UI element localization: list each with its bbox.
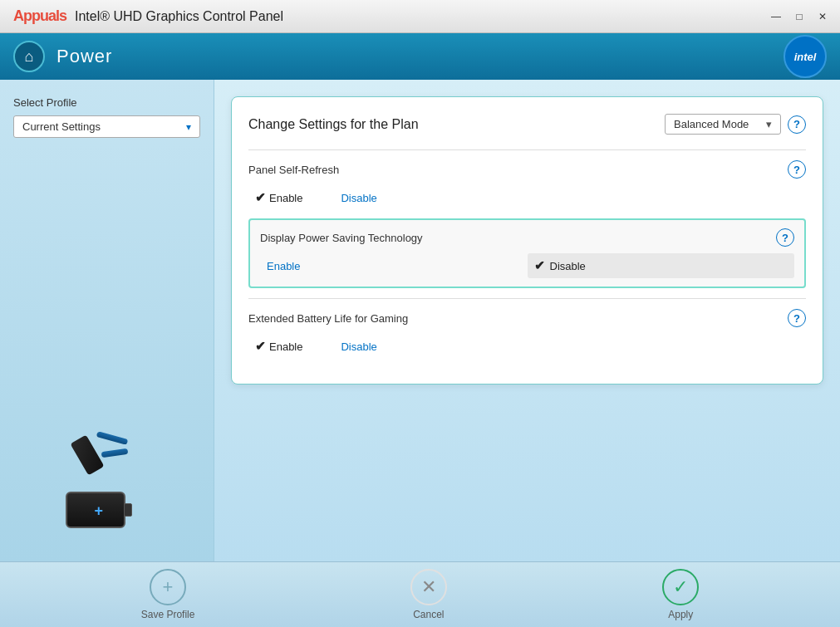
panel-self-refresh-toggle: ✔ Enable Disable [248, 187, 806, 208]
display-power-saving-disable[interactable]: ✔ Disable [528, 253, 795, 278]
logo-accent-a: A [13, 7, 23, 24]
display-power-saving-section: Display Power Saving Technology ? Enable… [248, 218, 806, 288]
header-bar: ⌂ Power intel [0, 33, 840, 80]
extended-battery-toggle: ✔ Enable Disable [248, 336, 806, 357]
minimize-button[interactable]: — [765, 7, 787, 26]
mode-chevron: ▾ [766, 118, 772, 130]
enable-label-ext: Enable [269, 340, 302, 353]
save-profile-button[interactable]: + Save Profile [141, 569, 195, 620]
display-power-saving-title: Display Power Saving Technology [260, 232, 423, 244]
content-area: Change Settings for the Plan Balanced Mo… [214, 80, 840, 561]
cancel-button[interactable]: ✕ Cancel [410, 569, 447, 620]
intel-logo: intel [784, 35, 827, 78]
panel-self-refresh-section: Panel Self-Refresh ? ✔ Enable Disable [248, 149, 806, 208]
settings-card: Change Settings for the Plan Balanced Mo… [231, 96, 823, 385]
extended-battery-header: Extended Battery Life for Gaming ? [248, 309, 806, 327]
apply-icon-circle: ✓ [662, 569, 699, 605]
save-profile-label: Save Profile [141, 609, 195, 620]
sidebar: Select Profile Current Settings ▾ + [0, 80, 214, 561]
profile-dropdown[interactable]: Current Settings ▾ [13, 115, 200, 138]
disable-label: Disable [341, 192, 376, 204]
home-icon: ⌂ [25, 48, 34, 66]
home-button[interactable]: ⌂ [13, 41, 45, 72]
footer: + Save Profile ✕ Cancel ✓ Apply [0, 561, 840, 627]
battery-illustration: + [53, 429, 161, 528]
plug-cord-bottom [101, 448, 128, 458]
battery-plus: + [95, 502, 104, 520]
disable-label-dpst: Disable [550, 260, 586, 272]
save-icon: + [163, 576, 174, 598]
mode-dropdown[interactable]: Balanced Mode ▾ [665, 114, 781, 135]
card-header: Change Settings for the Plan Balanced Mo… [248, 114, 806, 135]
disable-label-ext: Disable [341, 340, 376, 353]
disable-checkmark-icon: ✔ [534, 258, 545, 273]
panel-self-refresh-enable[interactable]: ✔ Enable [248, 187, 309, 208]
enable-label: Enable [269, 192, 302, 204]
window-controls: — □ ✕ [765, 7, 833, 26]
panel-self-refresh-help[interactable]: ? [788, 160, 806, 179]
battery-tip [124, 503, 132, 517]
panel-self-refresh-header: Panel Self-Refresh ? [248, 160, 806, 179]
apply-icon: ✓ [673, 576, 688, 598]
extended-battery-disable[interactable]: Disable [334, 337, 383, 356]
cancel-label: Cancel [413, 609, 444, 620]
mode-label: Balanced Mode [674, 118, 749, 130]
display-power-saving-header: Display Power Saving Technology ? [260, 228, 794, 247]
dropdown-chevron: ▾ [186, 121, 191, 133]
checkmark-icon-ext: ✔ [255, 339, 266, 354]
card-help-icon[interactable]: ? [788, 115, 806, 134]
cancel-icon: ✕ [421, 576, 436, 598]
panel-self-refresh-title: Panel Self-Refresh [248, 164, 339, 176]
apply-label: Apply [668, 609, 693, 620]
checkmark-icon: ✔ [255, 190, 266, 205]
cancel-icon-circle: ✕ [410, 569, 447, 605]
plug-body [70, 434, 104, 475]
app-title: Intel® UHD Graphics Control Panel [75, 9, 283, 24]
display-power-saving-toggle: Enable ✔ Disable [260, 253, 794, 278]
panel-self-refresh-disable[interactable]: Disable [334, 189, 383, 208]
title-bar-left: Appuals Intel® UHD Graphics Control Pane… [13, 7, 283, 25]
display-power-saving-help[interactable]: ? [776, 228, 794, 247]
appuals-logo: Appuals [13, 7, 66, 25]
close-button[interactable]: ✕ [812, 7, 833, 26]
card-header-right: Balanced Mode ▾ ? [665, 114, 806, 135]
extended-battery-help[interactable]: ? [788, 309, 806, 327]
title-bar: Appuals Intel® UHD Graphics Control Pane… [0, 0, 840, 33]
apply-button[interactable]: ✓ Apply [662, 569, 699, 620]
maximize-button[interactable]: □ [788, 7, 810, 26]
display-power-saving-enable[interactable]: Enable [260, 255, 528, 277]
save-profile-icon-circle: + [150, 569, 186, 605]
plug-cord-top [96, 431, 128, 445]
dropdown-value: Current Settings [22, 120, 101, 133]
extended-battery-title: Extended Battery Life for Gaming [248, 312, 408, 325]
section-title: Power [56, 46, 112, 67]
extended-battery-section: Extended Battery Life for Gaming ? ✔ Ena… [248, 298, 806, 357]
card-title: Change Settings for the Plan [248, 117, 419, 132]
logo-accent-rest: ppuals [23, 7, 66, 24]
extended-battery-enable[interactable]: ✔ Enable [248, 336, 309, 357]
main-layout: Select Profile Current Settings ▾ + [0, 80, 840, 561]
illustration-area: + [13, 138, 200, 545]
enable-label-dpst: Enable [267, 260, 300, 272]
profile-label: Select Profile [13, 96, 200, 109]
